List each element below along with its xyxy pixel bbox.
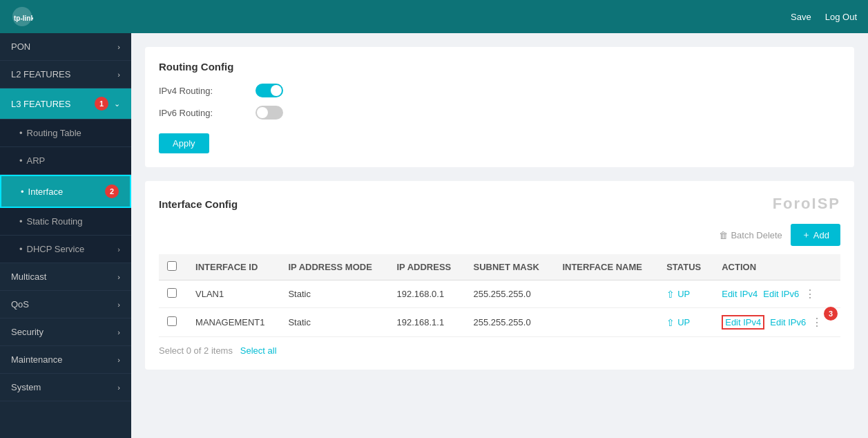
add-button[interactable]: ＋ Add [791, 224, 840, 246]
ip-address-cell: 192.168.0.1 [388, 280, 465, 308]
chevron-right-icon: › [117, 43, 120, 51]
sidebar-item-security-label: Security [11, 327, 44, 337]
sidebar-item-routing-table[interactable]: • Routing Table [0, 120, 131, 147]
interface-id-cell: MANAGEMENT1 [187, 308, 280, 337]
sidebar-item-qos[interactable]: QoS › [0, 291, 131, 318]
sidebar-item-qos-label: QoS [11, 299, 29, 310]
sidebar-item-security[interactable]: Security › [0, 318, 131, 346]
ip-address-cell: 192.168.1.1 [388, 308, 465, 337]
sidebar-item-arp-label: ARP [27, 155, 120, 166]
chevron-right-icon: › [117, 301, 120, 309]
chevron-right-icon: › [117, 70, 120, 79]
status-text: UP [677, 289, 690, 299]
action-cell: Edit IPv4 Edit IPv6 ⋮ [713, 280, 840, 308]
sidebar-item-maintenance[interactable]: Maintenance › [0, 346, 131, 374]
row-checkbox [159, 280, 187, 308]
apply-button[interactable]: Apply [159, 133, 209, 153]
col-subnet-mask: SUBNET MASK [465, 254, 554, 280]
edit-ipv6-link[interactable]: Edit IPv6 [763, 289, 799, 299]
sidebar-item-arp[interactable]: • ARP [0, 147, 131, 175]
col-action: ACTION [713, 254, 840, 280]
toggle-knob [257, 107, 268, 118]
action-links: Edit IPv4 Edit IPv6 ⋮ 3 [722, 315, 832, 330]
more-options-icon[interactable]: ⋮ [804, 287, 816, 301]
select-info: Select 0 of 2 items Select all [159, 345, 840, 356]
ipv4-routing-toggle[interactable] [255, 84, 283, 97]
ipv6-routing-toggle[interactable] [255, 106, 283, 120]
interface-config-title: Interface Config [159, 198, 238, 210]
table-row: MANAGEMENT1 Static 192.168.1.1 255.255.2… [159, 308, 840, 337]
col-checkbox [159, 254, 187, 280]
action-bar: 🗑 Batch Delete ＋ Add [159, 224, 840, 246]
edit-ipv6-link[interactable]: Edit IPv6 [770, 317, 806, 327]
up-arrow-icon: ⇧ [666, 317, 675, 328]
interface-id-cell: VLAN1 [187, 280, 280, 308]
sidebar-item-system-label: System [11, 382, 41, 392]
sidebar-item-static-routing[interactable]: • Static Routing [0, 208, 131, 236]
col-interface-id: INTERFACE ID [187, 254, 280, 280]
status-text: UP [677, 317, 690, 327]
action-cell: Edit IPv4 Edit IPv6 ⋮ 3 [713, 308, 840, 337]
ipv4-routing-label: IPv4 Routing: [159, 86, 255, 96]
sidebar-item-dhcp-service-label: DHCP Service [27, 244, 118, 254]
col-ip-address-mode: IP ADDRESS MODE [280, 254, 388, 280]
subnet-mask-cell: 255.255.255.0 [465, 308, 554, 337]
edit-ipv4-link[interactable]: Edit IPv4 [722, 289, 758, 299]
ipv6-routing-label: IPv6 Routing: [159, 108, 255, 118]
action-links: Edit IPv4 Edit IPv6 ⋮ [722, 287, 832, 301]
sidebar-item-multicast-label: Multicast [11, 272, 46, 282]
select-all-checkbox[interactable] [167, 261, 177, 271]
more-options-icon[interactable]: ⋮ [811, 316, 822, 329]
save-button[interactable]: Save [791, 12, 811, 22]
bullet-icon: • [19, 155, 23, 166]
logout-button[interactable]: Log Out [825, 12, 857, 22]
chevron-right-icon: › [117, 273, 120, 281]
sidebar-item-interface[interactable]: • Interface 2 [0, 175, 131, 208]
svg-text:tp-link: tp-link [14, 15, 33, 22]
bullet-icon: • [19, 244, 23, 254]
main-content: Routing Config IPv4 Routing: IPv6 Routin… [131, 33, 868, 438]
edit-ipv4-link-highlighted[interactable]: Edit IPv4 [722, 315, 764, 330]
batch-delete-button[interactable]: 🗑 Batch Delete [719, 224, 782, 246]
row-checkbox [159, 308, 187, 337]
row-select-checkbox[interactable] [167, 316, 177, 326]
status-up: ⇧ UP [666, 289, 705, 300]
chevron-down-icon: ⌄ [114, 99, 120, 108]
chevron-right-icon: › [117, 328, 120, 336]
row-select-checkbox[interactable] [167, 288, 177, 298]
interface-name-cell [554, 280, 658, 308]
plus-icon: ＋ [802, 229, 811, 241]
logo: tp-link [11, 6, 33, 28]
routing-config-title: Routing Config [159, 61, 840, 73]
sidebar-item-l2-features[interactable]: L2 FEATURES › [0, 61, 131, 88]
sidebar-item-multicast[interactable]: Multicast › [0, 263, 131, 291]
sidebar-item-pon-label: PON [11, 41, 30, 52]
up-arrow-icon: ⇧ [666, 289, 675, 300]
interface-header: Interface Config ForoISP [159, 195, 840, 213]
sidebar-item-dhcp-service[interactable]: • DHCP Service › [0, 236, 131, 263]
watermark: ForoISP [773, 195, 840, 213]
sidebar-item-l3-features[interactable]: L3 FEATURES 1 ⌄ [0, 88, 131, 120]
col-status: STATUS [658, 254, 713, 280]
add-label: Add [813, 230, 829, 240]
interface-config-card: Interface Config ForoISP 🗑 Batch Delete … [145, 181, 854, 370]
header: tp-link Save Log Out [0, 0, 868, 33]
sidebar-item-system[interactable]: System › [0, 374, 131, 401]
col-interface-name: INTERFACE NAME [554, 254, 658, 280]
subnet-mask-cell: 255.255.255.0 [465, 280, 554, 308]
table-header-row: INTERFACE ID IP ADDRESS MODE IP ADDRESS … [159, 254, 840, 280]
table-row: VLAN1 Static 192.168.0.1 255.255.255.0 ⇧… [159, 280, 840, 308]
chevron-right-icon: › [117, 245, 120, 254]
ip-mode-cell: Static [280, 280, 388, 308]
trash-icon: 🗑 [719, 230, 728, 240]
ipv4-routing-row: IPv4 Routing: [159, 84, 840, 97]
sidebar-item-l2-features-label: L2 FEATURES [11, 69, 70, 79]
step-badge-1: 1 [95, 97, 108, 111]
select-count-text: Select 0 of 2 items [159, 345, 233, 356]
ipv6-routing-row: IPv6 Routing: [159, 106, 840, 120]
select-all-link[interactable]: Select all [240, 345, 277, 356]
sidebar-item-pon[interactable]: PON › [0, 33, 131, 61]
header-actions: Save Log Out [791, 12, 857, 22]
sidebar-item-maintenance-label: Maintenance [11, 354, 62, 365]
status-cell: ⇧ UP [658, 308, 713, 337]
